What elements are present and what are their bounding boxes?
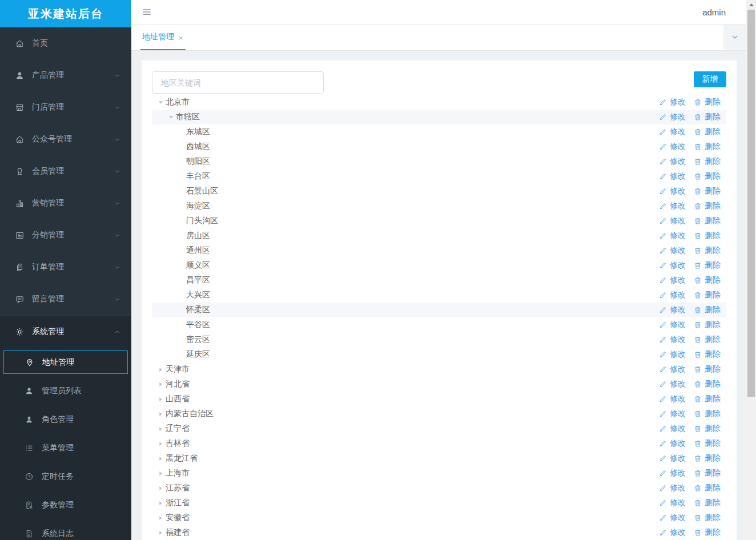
tree-row[interactable]: 怀柔区 修改 删除 — [152, 303, 726, 317]
tree-row[interactable]: 北京市 修改 删除 — [152, 95, 726, 110]
edit-action[interactable]: 修改 — [659, 349, 686, 360]
tree-row[interactable]: 房山区 修改 删除 — [152, 228, 726, 243]
scrollbar-thumb[interactable] — [747, 10, 755, 397]
tree-row[interactable]: 江苏省 修改 删除 — [152, 481, 726, 495]
edit-action[interactable]: 修改 — [659, 424, 686, 434]
delete-action[interactable]: 删除 — [694, 527, 721, 538]
sidebar-subitem-3[interactable]: 菜单管理 — [0, 434, 131, 462]
delete-action[interactable]: 删除 — [694, 156, 721, 167]
edit-action[interactable]: 修改 — [659, 216, 686, 226]
scrollbar-up-arrow-icon[interactable] — [746, 0, 756, 10]
caret-right-icon[interactable] — [157, 440, 164, 448]
delete-action[interactable]: 删除 — [694, 483, 721, 493]
delete-action[interactable]: 删除 — [694, 186, 721, 196]
tree-row[interactable]: 西城区 修改 删除 — [152, 139, 726, 154]
delete-action[interactable]: 删除 — [694, 364, 721, 374]
tab-list-dropdown-button[interactable] — [723, 25, 746, 50]
tree-row[interactable]: 海淀区 修改 删除 — [152, 199, 726, 213]
tree-row[interactable]: 浙江省 修改 删除 — [152, 495, 726, 510]
tree-row[interactable]: 东城区 修改 删除 — [152, 124, 726, 139]
delete-action[interactable]: 删除 — [694, 438, 721, 449]
tab-address-management[interactable]: 地址管理 — [140, 25, 186, 50]
tree-row[interactable]: 平谷区 修改 删除 — [152, 317, 726, 332]
edit-action[interactable]: 修改 — [659, 438, 686, 449]
hamburger-icon[interactable] — [141, 6, 152, 18]
sidebar-item-1[interactable]: 产品管理 — [0, 59, 131, 91]
caret-right-icon[interactable] — [157, 410, 164, 418]
delete-action[interactable]: 删除 — [694, 171, 721, 182]
edit-action[interactable]: 修改 — [659, 97, 686, 107]
edit-action[interactable]: 修改 — [659, 156, 686, 167]
tree-row[interactable]: 天津市 修改 删除 — [152, 362, 726, 377]
tree-row[interactable]: 市辖区 修改 删除 — [152, 110, 726, 124]
sidebar-subitem-6[interactable]: 系统日志 — [0, 519, 131, 540]
delete-action[interactable]: 删除 — [694, 231, 721, 241]
edit-action[interactable]: 修改 — [659, 498, 686, 508]
caret-right-icon[interactable] — [157, 485, 164, 492]
tree-row[interactable]: 大兴区 修改 删除 — [152, 288, 726, 303]
delete-action[interactable]: 删除 — [694, 453, 721, 464]
edit-action[interactable]: 修改 — [659, 513, 686, 523]
sidebar-item-9[interactable]: 系统管理 — [0, 316, 131, 348]
caret-right-icon[interactable] — [157, 425, 164, 433]
delete-action[interactable]: 删除 — [694, 424, 721, 434]
edit-action[interactable]: 修改 — [659, 409, 686, 419]
delete-action[interactable]: 删除 — [694, 290, 721, 300]
delete-action[interactable]: 删除 — [694, 127, 721, 137]
edit-action[interactable]: 修改 — [659, 364, 686, 374]
delete-action[interactable]: 删除 — [694, 349, 721, 360]
tree-row[interactable]: 延庆区 修改 删除 — [152, 347, 726, 362]
edit-action[interactable]: 修改 — [659, 335, 686, 345]
edit-action[interactable]: 修改 — [659, 305, 686, 315]
tree-row[interactable]: 福建省 修改 删除 — [152, 525, 726, 540]
caret-right-icon[interactable] — [157, 470, 164, 477]
sidebar-item-0[interactable]: 首页 — [0, 27, 131, 59]
edit-action[interactable]: 修改 — [659, 245, 686, 256]
page-scrollbar[interactable] — [746, 0, 756, 540]
delete-action[interactable]: 删除 — [694, 468, 721, 478]
tree-row[interactable]: 上海市 修改 删除 — [152, 466, 726, 481]
edit-action[interactable]: 修改 — [659, 127, 686, 137]
tree-row[interactable]: 辽宁省 修改 删除 — [152, 421, 726, 436]
tree-row[interactable]: 河北省 修改 删除 — [152, 377, 726, 392]
sidebar-item-8[interactable]: 留言管理 — [0, 283, 131, 315]
caret-right-icon[interactable] — [157, 396, 164, 403]
search-input[interactable] — [152, 71, 324, 94]
sidebar-subitem-4[interactable]: 定时任务 — [0, 462, 131, 491]
close-icon[interactable] — [178, 34, 184, 40]
tree-row[interactable]: 昌平区 修改 删除 — [152, 273, 726, 288]
sidebar-item-6[interactable]: 分销管理 — [0, 219, 131, 251]
sidebar-subitem-1[interactable]: 管理员列表 — [0, 377, 131, 405]
tree-row[interactable]: 山西省 修改 删除 — [152, 392, 726, 406]
caret-right-icon[interactable] — [157, 366, 164, 373]
delete-action[interactable]: 删除 — [694, 320, 721, 330]
delete-action[interactable]: 删除 — [694, 513, 721, 523]
delete-action[interactable]: 删除 — [694, 379, 721, 389]
caret-right-icon[interactable] — [157, 529, 164, 537]
edit-action[interactable]: 修改 — [659, 468, 686, 478]
delete-action[interactable]: 删除 — [694, 112, 721, 122]
delete-action[interactable]: 删除 — [694, 305, 721, 315]
edit-action[interactable]: 修改 — [659, 231, 686, 241]
sidebar-item-4[interactable]: 会员管理 — [0, 155, 131, 187]
sidebar-subitem-2[interactable]: 角色管理 — [0, 405, 131, 434]
sidebar-subitem-5[interactable]: 参数管理 — [0, 491, 131, 519]
caret-down-icon[interactable] — [157, 99, 164, 106]
tree-row[interactable]: 石景山区 修改 删除 — [152, 184, 726, 199]
sidebar-item-2[interactable]: 门店管理 — [0, 91, 131, 123]
edit-action[interactable]: 修改 — [659, 142, 686, 152]
delete-action[interactable]: 删除 — [694, 409, 721, 419]
edit-action[interactable]: 修改 — [659, 290, 686, 300]
tree-row[interactable]: 门头沟区 修改 删除 — [152, 213, 726, 228]
edit-action[interactable]: 修改 — [659, 483, 686, 493]
caret-down-icon[interactable] — [167, 114, 175, 121]
sidebar-item-7[interactable]: 订单管理 — [0, 251, 131, 283]
delete-action[interactable]: 删除 — [694, 97, 721, 107]
delete-action[interactable]: 删除 — [694, 260, 721, 271]
delete-action[interactable]: 删除 — [694, 216, 721, 226]
tree-row[interactable]: 黑龙江省 修改 删除 — [152, 451, 726, 466]
tree-row[interactable]: 吉林省 修改 删除 — [152, 436, 726, 451]
delete-action[interactable]: 删除 — [694, 275, 721, 285]
edit-action[interactable]: 修改 — [659, 112, 686, 122]
delete-action[interactable]: 删除 — [694, 245, 721, 256]
